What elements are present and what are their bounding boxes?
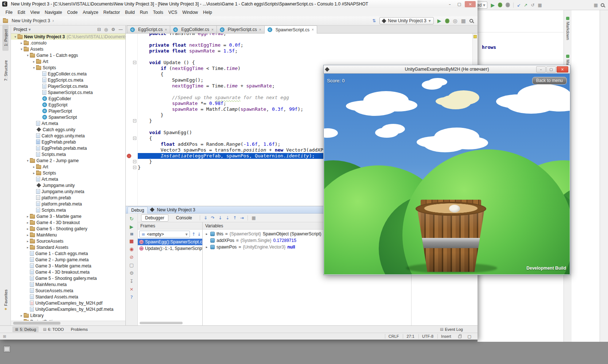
resume-button[interactable]: ▶ — [130, 224, 133, 230]
editor-tab[interactable]: CSpawnerScript.cs× — [264, 26, 317, 34]
tree-row[interactable]: EggScript.cs.meta — [11, 77, 125, 83]
menu-window[interactable]: Window — [180, 9, 200, 16]
tab-close-icon[interactable]: × — [211, 28, 214, 32]
tree-row[interactable]: SourceAssets.meta — [11, 287, 125, 294]
window-titlebar[interactable]: C New Unity Project 3 - [C:\Users\VISTAL… — [0, 0, 478, 8]
thread-selector[interactable]: ≡ <empty> ▾ — [139, 231, 190, 238]
frame-up-icon[interactable]: ↑ — [192, 232, 195, 237]
tree-row[interactable]: ▸Scripts — [11, 170, 125, 176]
step-out-icon[interactable]: ↑ — [233, 215, 237, 220]
collapse-all-icon[interactable]: ⊟ — [97, 27, 101, 32]
tree-row[interactable]: platform.prefab.meta — [11, 201, 125, 207]
tree-chevron-icon[interactable]: ▸ — [26, 221, 30, 224]
menu-build[interactable]: Build — [122, 9, 137, 16]
editor-tab[interactable]: CEggCollider.cs× — [170, 26, 217, 33]
tree-row[interactable]: CEggScript — [11, 102, 125, 108]
debug-settings-button[interactable]: ⚙ — [129, 270, 134, 276]
tree-row[interactable]: Jumpgame.unity — [11, 182, 125, 188]
tree-row[interactable]: EggPrefab.prefab.meta — [11, 145, 125, 151]
expand-chevron-icon[interactable]: ▸ — [205, 245, 208, 249]
view-grid-button[interactable]: ▦ — [461, 18, 466, 24]
tree-row[interactable]: Catch eggs.unity — [11, 126, 125, 133]
tree-chevron-icon[interactable]: ▸ — [32, 60, 36, 63]
tree-row[interactable]: SpawnerScript.cs.meta — [11, 89, 125, 95]
project-view-select[interactable]: Project — [13, 27, 27, 32]
game-viewport[interactable]: Score: 0 Back to menu Development Build — [324, 74, 570, 274]
editor-tab[interactable]: CEggScript.cs× — [127, 26, 170, 33]
readonly-lock-icon[interactable] — [458, 336, 461, 338]
toolwindow-project-button[interactable]: 1: Project — [3, 25, 9, 51]
tree-chevron-icon[interactable]: ▸ — [26, 233, 30, 237]
debug-tool-tab[interactable]: Debug — [128, 207, 148, 214]
tree-chevron-icon[interactable]: ▸ — [32, 171, 36, 175]
tree-row[interactable]: CPlayerScript — [11, 108, 125, 114]
tree-row[interactable]: PlayerScript.cs.meta — [11, 83, 125, 89]
tree-row[interactable]: platform.prefab — [11, 195, 125, 201]
tab-close-icon[interactable]: × — [259, 28, 261, 32]
show-execution-point-icon[interactable]: ⇓ — [204, 215, 207, 220]
encoding-indicator[interactable]: UTF-8 — [418, 334, 437, 338]
toolwindow-button-todo[interactable]: ▤6: TODO — [40, 326, 66, 332]
maximize-button[interactable]: ▢ — [455, 1, 464, 7]
game-maximize-button[interactable]: ▢ — [546, 66, 556, 73]
toolwindow-toggle-icon[interactable]: ⊞ — [3, 334, 6, 339]
tree-row[interactable]: ▸Standard Assets — [11, 244, 125, 250]
tree-row[interactable]: ▸Game 4 - 3D breakout — [11, 219, 125, 226]
menu-refactor[interactable]: Refactor — [101, 9, 122, 16]
editor-tab[interactable]: CPlayerScript.cs× — [217, 26, 265, 33]
toolwindow-favorites-button[interactable]: ★Favorites — [3, 287, 9, 313]
game-minimize-button[interactable]: – — [536, 66, 546, 73]
help-button[interactable]: ? — [130, 294, 133, 300]
tree-chevron-icon[interactable]: ▸ — [26, 227, 30, 231]
run-to-cursor-icon[interactable]: ⇥ — [240, 215, 244, 220]
event-log-button[interactable]: ▤Event Log — [440, 327, 463, 332]
fold-marker-icon[interactable]: − — [133, 166, 136, 169]
tree-row[interactable]: ▸.consulo — [11, 40, 125, 46]
tree-row[interactable]: Game 4 - 3D breakout.meta — [11, 269, 125, 275]
rerun-button[interactable]: ↻ — [130, 216, 134, 222]
close-button[interactable]: × — [465, 1, 476, 7]
tree-chevron-icon[interactable]: ▾ — [26, 54, 30, 57]
line-ending-indicator[interactable]: CRLF — [385, 334, 402, 338]
tree-row[interactable]: ▸Library — [11, 312, 125, 318]
frame-down-icon[interactable]: ↓ — [197, 232, 201, 237]
insert-mode-indicator[interactable]: Insert — [437, 334, 455, 338]
toolwindow-button-problems[interactable]: Problems — [68, 326, 90, 332]
tree-chevron-icon[interactable]: ▾ — [19, 47, 24, 51]
toolwindow-button-debug[interactable]: ▦5: Debug — [12, 326, 39, 332]
search-everywhere-button[interactable] — [469, 19, 473, 23]
menu-help[interactable]: Help — [200, 9, 215, 16]
fold-marker-icon[interactable]: − — [133, 61, 136, 64]
layout-grid-icon[interactable]: ▦ — [538, 3, 542, 8]
tree-row[interactable]: Jumpgame.unity.meta — [11, 188, 125, 195]
tree-row[interactable]: ▸SourceAssets — [11, 238, 125, 244]
menu-navigate[interactable]: Navigate — [42, 9, 65, 16]
stop-button[interactable]: ■ — [129, 238, 134, 244]
toolwindow-markdown-button[interactable]: Markdown — [565, 16, 571, 41]
coverage-button[interactable]: ◎ — [453, 18, 457, 24]
run-configuration-select[interactable]: New Unity Project 3 ▾ — [379, 17, 433, 24]
mute-breakpoints-button[interactable]: ⊘ — [130, 254, 134, 260]
caret-position-indicator[interactable]: 27:1 — [403, 334, 417, 338]
back-to-menu-button[interactable]: Back to menu — [532, 77, 567, 85]
tree-row[interactable]: Standard Assets.meta — [11, 294, 125, 300]
tree-chevron-icon[interactable]: ▸ — [19, 314, 24, 317]
undo-icon[interactable]: ↺ — [531, 3, 534, 8]
step-over-icon[interactable]: ↷ — [211, 215, 215, 220]
tree-row[interactable]: MainMenu.meta — [11, 281, 125, 287]
stack-frame-row[interactable]: mUpdate():-1:-1, SpawnerScript — [138, 245, 202, 252]
toolwindow-structure-button[interactable]: 7: Structure — [3, 58, 9, 84]
game-close-button[interactable]: × — [557, 66, 568, 73]
tree-chevron-icon[interactable]: ▾ — [32, 66, 36, 70]
tree-row[interactable]: ▾Game 2 - Jump game — [11, 157, 125, 164]
hide-panel-icon[interactable]: — — [118, 27, 123, 32]
pin-button[interactable]: ↧ — [130, 278, 134, 284]
tree-row[interactable]: Game 3 - Marble game.meta — [11, 263, 125, 269]
restore-layout-button[interactable]: ▢ — [129, 262, 134, 268]
menu-tools[interactable]: Tools — [151, 9, 166, 16]
menu-view[interactable]: View — [28, 9, 42, 16]
tree-row[interactable]: UnityGameExamples_by_M2H.pdf — [11, 300, 125, 306]
search-icon[interactable] — [601, 3, 604, 7]
game-window[interactable]: UnityGameExamplesByM2H (Не отвечает) – ▢… — [323, 65, 570, 275]
fold-marker-icon[interactable]: − — [133, 119, 136, 122]
